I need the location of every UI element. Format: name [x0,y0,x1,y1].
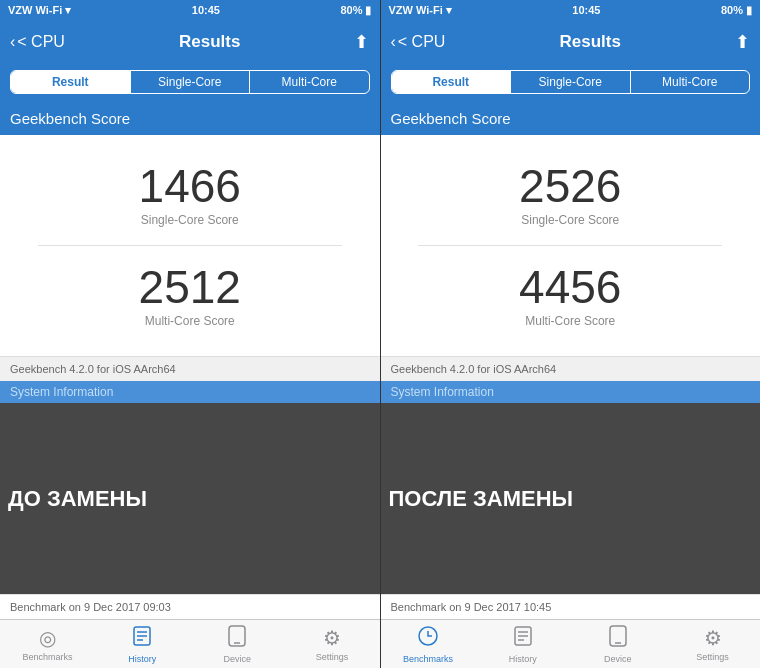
left-overlay-banner: ДО ЗАМЕНЫ [0,403,380,594]
left-multi-core-score: 2512 [0,264,380,310]
left-history-icon [131,625,153,652]
right-device-icon [609,625,627,652]
right-multi-core-label: Multi-Core Score [381,314,761,328]
left-history-label: History [128,654,156,664]
left-nav-title: Results [179,32,240,52]
right-time: 10:45 [572,4,600,16]
right-settings-label: Settings [696,652,729,662]
right-nav-bar: ‹ < CPU Results ⬆ [381,20,761,64]
right-bench-date: Benchmark on 9 Dec 2017 10:45 [381,594,761,619]
left-battery-icon: ▮ [365,4,371,17]
left-status-bar: VZW Wi-Fi ▾ 10:45 80% ▮ [0,0,380,20]
left-segment-bar: Result Single-Core Multi-Core [0,64,380,104]
right-status-bar: VZW Wi-Fi ▾ 10:45 80% ▮ [381,0,761,20]
left-tab-device[interactable]: Device [190,620,285,668]
left-seg-single[interactable]: Single-Core [130,71,250,93]
left-sys-info-header: System Information [0,381,380,403]
left-scores-area: 1466 Single-Core Score 2512 Multi-Core S… [0,135,380,356]
left-settings-label: Settings [316,652,349,662]
right-seg-single[interactable]: Single-Core [510,71,630,93]
right-multi-core-block: 4456 Multi-Core Score [381,246,761,346]
left-wifi-icon: ▾ [65,4,71,17]
right-tab-history[interactable]: History [475,620,570,668]
right-wifi-icon: ▾ [446,4,452,17]
right-benchmarks-label: Benchmarks [403,654,453,664]
left-tab-benchmarks[interactable]: ◎ Benchmarks [0,620,95,668]
right-history-icon [512,625,534,652]
left-status-right: 80% ▮ [340,4,371,17]
right-multi-core-score: 4456 [381,264,761,310]
right-seg-result[interactable]: Result [392,71,511,93]
left-bench-date: Benchmark on 9 Dec 2017 09:03 [0,594,380,619]
right-status-right: 80% ▮ [721,4,752,17]
left-single-core-score: 1466 [0,163,380,209]
right-section-header: Geekbench Score [381,104,761,135]
left-back-label: < CPU [17,33,65,51]
right-tab-settings[interactable]: ⚙ Settings [665,620,760,668]
left-time: 10:45 [192,4,220,16]
right-back-chevron: ‹ [391,33,396,51]
left-battery: 80% [340,4,362,16]
left-nav-bar: ‹ < CPU Results ⬆ [0,20,380,64]
left-overlay-text: ДО ЗАМЕНЫ [8,486,147,512]
left-benchmarks-label: Benchmarks [22,652,72,662]
left-share-icon: ⬆ [354,32,369,52]
left-multi-core-block: 2512 Multi-Core Score [0,246,380,346]
right-tab-device[interactable]: Device [570,620,665,668]
right-benchmarks-icon [417,625,439,652]
left-segmented-control: Result Single-Core Multi-Core [10,70,370,94]
left-device-icon [228,625,246,652]
left-seg-result[interactable]: Result [11,71,130,93]
right-tab-bar: Benchmarks History [381,619,761,668]
right-share-icon: ⬆ [735,32,750,52]
left-device-label: Device [223,654,251,664]
left-settings-icon: ⚙ [323,626,341,650]
right-share-button[interactable]: ⬆ [735,31,750,53]
right-overlay-banner: ПОСЛЕ ЗАМЕНЫ [381,403,761,594]
right-nav-title: Results [559,32,620,52]
right-segment-bar: Result Single-Core Multi-Core [381,64,761,104]
right-back-label: < CPU [398,33,446,51]
left-seg-multi[interactable]: Multi-Core [249,71,369,93]
right-back-button[interactable]: ‹ < CPU [391,33,446,51]
right-device-label: Device [604,654,632,664]
left-benchmarks-icon: ◎ [39,626,56,650]
right-sys-info-header: System Information [381,381,761,403]
right-segmented-control: Result Single-Core Multi-Core [391,70,751,94]
right-overlay-text: ПОСЛЕ ЗАМЕНЫ [389,486,574,512]
right-settings-icon: ⚙ [704,626,722,650]
left-back-chevron: ‹ [10,33,15,51]
right-screen: VZW Wi-Fi ▾ 10:45 80% ▮ ‹ < CPU Results … [380,0,761,668]
left-back-button[interactable]: ‹ < CPU [10,33,65,51]
right-battery: 80% [721,4,743,16]
left-multi-core-label: Multi-Core Score [0,314,380,328]
left-carrier: VZW Wi-Fi [8,4,62,16]
right-history-label: History [509,654,537,664]
right-seg-multi[interactable]: Multi-Core [630,71,750,93]
right-tab-benchmarks[interactable]: Benchmarks [381,620,476,668]
left-screen: VZW Wi-Fi ▾ 10:45 80% ▮ ‹ < CPU Results … [0,0,380,668]
left-share-button[interactable]: ⬆ [354,31,369,53]
right-carrier: VZW Wi-Fi [389,4,443,16]
left-tab-bar: ◎ Benchmarks History [0,619,380,668]
right-single-core-block: 2526 Single-Core Score [381,145,761,245]
right-battery-icon: ▮ [746,4,752,17]
right-geekbench-version: Geekbench 4.2.0 for iOS AArch64 [381,356,761,381]
left-single-core-label: Single-Core Score [0,213,380,227]
left-single-core-block: 1466 Single-Core Score [0,145,380,245]
left-tab-settings[interactable]: ⚙ Settings [285,620,380,668]
left-section-header: Geekbench Score [0,104,380,135]
left-tab-history[interactable]: History [95,620,190,668]
right-scores-area: 2526 Single-Core Score 4456 Multi-Core S… [381,135,761,356]
right-single-core-score: 2526 [381,163,761,209]
right-status-left: VZW Wi-Fi ▾ [389,4,452,17]
left-status-left: VZW Wi-Fi ▾ [8,4,71,17]
left-geekbench-version: Geekbench 4.2.0 for iOS AArch64 [0,356,380,381]
right-single-core-label: Single-Core Score [381,213,761,227]
